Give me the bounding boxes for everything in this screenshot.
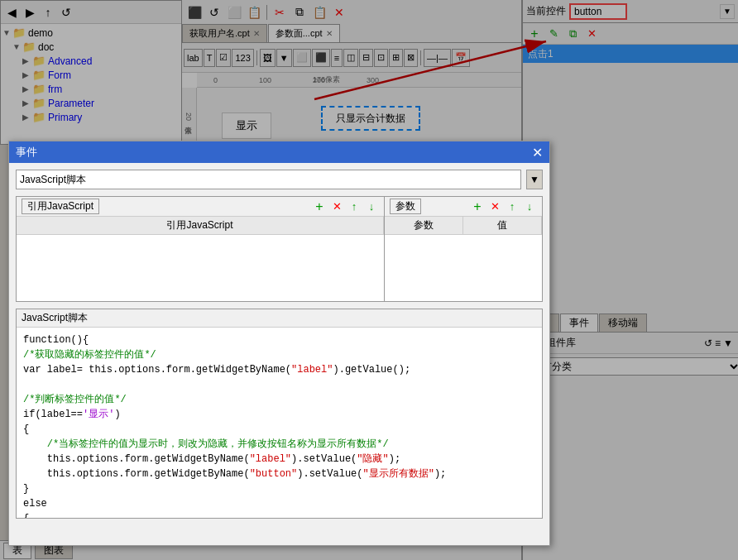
modal-close-btn[interactable]: ✕ xyxy=(532,145,543,160)
ref-js-table-header: 引用JavaScript xyxy=(17,217,384,235)
two-panels: 引用JavaScript + ✕ ↑ ↓ 引用JavaScript xyxy=(16,196,543,302)
js-code-area[interactable]: function(){ /*获取隐藏的标签控件的值*/ var label= t… xyxy=(17,328,542,518)
script-select-input[interactable] xyxy=(16,170,521,189)
params-icons: + ✕ ↑ ↓ xyxy=(470,199,537,214)
params-header: 参数 + ✕ ↑ ↓ xyxy=(385,197,542,217)
params-up-btn[interactable]: ↑ xyxy=(505,199,520,214)
script-selector-row: ▼ xyxy=(16,170,543,189)
js-section-label: JavaScript脚本 xyxy=(22,312,88,323)
modal-dialog: 事件 ✕ ▼ 引用JavaScript + ✕ ↑ xyxy=(8,141,550,546)
modal-title-bar: 事件 ✕ xyxy=(9,141,549,163)
ref-js-add-btn[interactable]: + xyxy=(312,199,327,214)
ref-js-down-btn[interactable]: ↓ xyxy=(364,199,379,214)
js-section-header: JavaScript脚本 xyxy=(17,309,542,328)
params-table-header: 参数 值 xyxy=(385,217,542,235)
ref-js-panel: 引用JavaScript + ✕ ↑ ↓ 引用JavaScript xyxy=(17,197,385,301)
ref-js-up-btn[interactable]: ↑ xyxy=(347,199,362,214)
ref-js-header: 引用JavaScript + ✕ ↑ ↓ xyxy=(17,197,384,217)
params-col1: 参数 xyxy=(385,217,463,234)
ref-js-icons: + ✕ ↑ ↓ xyxy=(312,199,379,214)
params-down-btn[interactable]: ↓ xyxy=(522,199,537,214)
ref-js-delete-btn[interactable]: ✕ xyxy=(329,199,344,214)
params-delete-btn[interactable]: ✕ xyxy=(487,199,502,214)
ref-js-col-header: 引用JavaScript xyxy=(17,217,384,234)
js-section: JavaScript脚本 function(){ /*获取隐藏的标签控件的值*/… xyxy=(16,309,543,519)
params-label: 参数 xyxy=(390,199,421,214)
ref-js-label: 引用JavaScript xyxy=(22,199,99,214)
modal-body: ▼ 引用JavaScript + ✕ ↑ ↓ xyxy=(9,163,549,525)
params-col2: 值 xyxy=(463,217,542,234)
params-panel: 参数 + ✕ ↑ ↓ 参数 值 xyxy=(385,197,542,301)
script-dropdown-btn[interactable]: ▼ xyxy=(526,170,543,189)
ref-js-content[interactable] xyxy=(17,235,384,301)
params-content[interactable] xyxy=(385,235,542,301)
modal-title: 事件 xyxy=(16,145,37,160)
params-add-btn[interactable]: + xyxy=(470,199,485,214)
modal-overlay: 事件 ✕ ▼ 引用JavaScript + ✕ ↑ xyxy=(0,0,738,560)
